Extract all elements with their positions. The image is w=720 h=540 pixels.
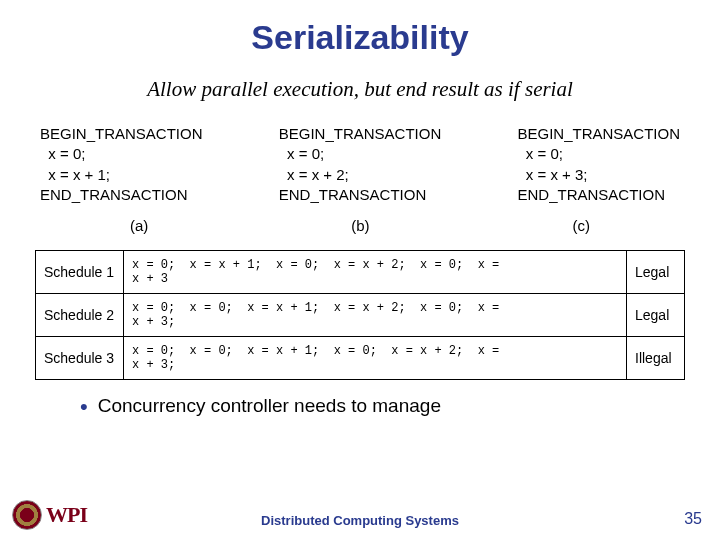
schedule-ops: x = 0; x = x + 1; x = 0; x = x + 2; x = … — [124, 251, 627, 294]
transaction-labels: (a) (b) (c) — [0, 217, 720, 234]
schedule-table: Schedule 1 x = 0; x = x + 1; x = 0; x = … — [35, 250, 685, 380]
schedule-ops: x = 0; x = 0; x = x + 1; x = 0; x = x + … — [124, 337, 627, 380]
slide-subtitle: Allow parallel execution, but end result… — [0, 77, 720, 102]
bullet-point: •Concurrency controller needs to manage — [0, 392, 720, 418]
label-c: (c) — [573, 217, 591, 234]
transactions-row: BEGIN_TRANSACTION x = 0; x = x + 1; END_… — [0, 124, 720, 205]
schedule-verdict: Illegal — [627, 337, 685, 380]
transaction-c: BEGIN_TRANSACTION x = 0; x = x + 3; END_… — [517, 124, 680, 205]
table-row: Schedule 1 x = 0; x = x + 1; x = 0; x = … — [36, 251, 685, 294]
schedule-name: Schedule 1 — [36, 251, 124, 294]
slide-title: Serializability — [0, 18, 720, 57]
table-row: Schedule 2 x = 0; x = 0; x = x + 1; x = … — [36, 294, 685, 337]
schedule-verdict: Legal — [627, 251, 685, 294]
bullet-text: Concurrency controller needs to manage — [98, 395, 441, 416]
transaction-b: BEGIN_TRANSACTION x = 0; x = x + 2; END_… — [279, 124, 442, 205]
table-row: Schedule 3 x = 0; x = 0; x = x + 1; x = … — [36, 337, 685, 380]
footer-text: Distributed Computing Systems — [0, 513, 720, 528]
schedule-name: Schedule 2 — [36, 294, 124, 337]
transaction-a: BEGIN_TRANSACTION x = 0; x = x + 1; END_… — [40, 124, 203, 205]
label-b: (b) — [351, 217, 369, 234]
label-a: (a) — [130, 217, 148, 234]
page-number: 35 — [684, 510, 702, 528]
schedule-verdict: Legal — [627, 294, 685, 337]
schedule-ops: x = 0; x = 0; x = x + 1; x = x + 2; x = … — [124, 294, 627, 337]
schedule-name: Schedule 3 — [36, 337, 124, 380]
bullet-icon: • — [80, 394, 88, 419]
